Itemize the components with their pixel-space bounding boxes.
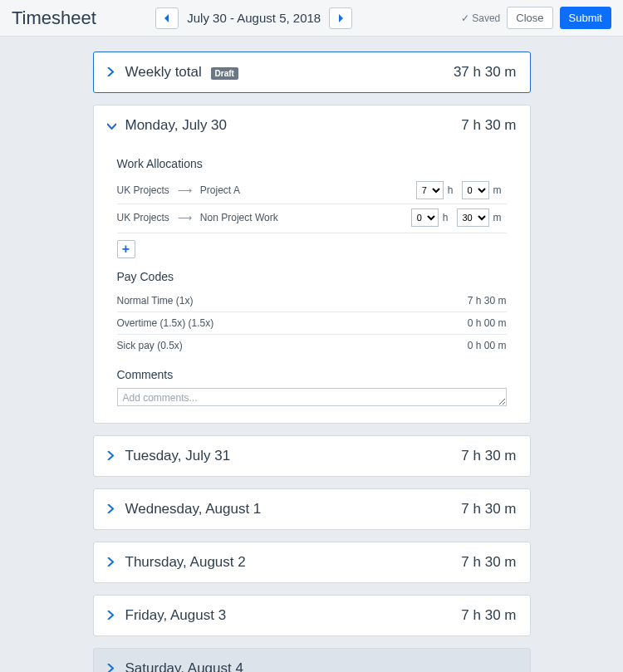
- day-total: 7 h 30 m: [461, 117, 516, 134]
- caret-left-icon: [164, 14, 170, 22]
- chevron-right-icon: [107, 557, 117, 569]
- day-header-monday[interactable]: Monday, July 30 7 h 30 m: [94, 105, 530, 145]
- minutes-label: m: [493, 212, 502, 223]
- paycode-value: 7 h 30 m: [468, 295, 507, 307]
- add-allocation-button[interactable]: +: [117, 240, 135, 258]
- allocation-row: UK Projects ⟶ Project A 7 h 0 m: [117, 177, 507, 204]
- day-card-monday: Monday, July 30 7 h 30 m Work Allocation…: [93, 105, 531, 424]
- paycode-row: Normal Time (1x) 7 h 30 m: [117, 290, 507, 311]
- day-card: Tuesday, July 317 h 30 m: [93, 435, 531, 477]
- day-title: Saturday, August 4: [125, 660, 243, 672]
- allocation-group: UK Projects: [117, 184, 169, 196]
- paycode-name: Sick pay (0.5x): [117, 340, 183, 351]
- allocation-group: UK Projects: [117, 212, 169, 223]
- date-navigator: July 30 - August 5, 2018: [155, 7, 352, 29]
- status-badge: Draft: [211, 67, 238, 80]
- paycode-name: Overtime (1.5x) (1.5x): [117, 317, 214, 329]
- allocation-row: UK Projects ⟶ Non Project Work 0 h 30 m: [117, 204, 507, 231]
- day-title: Monday, July 30: [125, 117, 228, 134]
- chevron-down-icon: [107, 120, 117, 132]
- saved-indicator: ✓ Saved: [461, 12, 500, 24]
- caret-right-icon: [337, 14, 344, 22]
- divider: +: [117, 233, 507, 258]
- day-header[interactable]: Wednesday, August 17 h 30 m: [94, 489, 530, 529]
- comments-heading: Comments: [117, 368, 507, 381]
- hours-label: h: [443, 212, 449, 223]
- allocation-project: Non Project Work: [200, 212, 278, 223]
- date-range-label: July 30 - August 5, 2018: [187, 11, 321, 25]
- day-header[interactable]: Thursday, August 27 h 30 m: [94, 542, 530, 582]
- day-card: Saturday, August 4: [93, 648, 531, 672]
- day-card: Wednesday, August 17 h 30 m: [93, 488, 531, 530]
- close-button[interactable]: Close: [507, 7, 552, 29]
- allocations-heading: Work Allocations: [117, 157, 507, 170]
- day-header[interactable]: Tuesday, July 317 h 30 m: [94, 436, 530, 476]
- hours-label: h: [448, 184, 454, 196]
- submit-button[interactable]: Submit: [560, 7, 611, 29]
- weekly-total-value: 37 h 30 m: [454, 64, 517, 81]
- hours-select[interactable]: 0: [411, 208, 439, 227]
- day-title: Friday, August 3: [125, 607, 227, 624]
- paycode-value: 0 h 00 m: [468, 340, 507, 351]
- paycodes-heading: Pay Codes: [117, 270, 507, 283]
- chevron-right-icon: [107, 663, 117, 673]
- saved-label: Saved: [472, 12, 500, 24]
- minutes-select[interactable]: 0: [462, 181, 489, 199]
- day-card: Thursday, August 27 h 30 m: [93, 542, 531, 583]
- paycode-row: Sick pay (0.5x) 0 h 00 m: [117, 334, 507, 356]
- weekly-label-text: Weekly total: [125, 64, 202, 80]
- day-title: Thursday, August 2: [125, 554, 246, 571]
- day-card: Friday, August 37 h 30 m: [93, 595, 531, 636]
- weekly-total-label: Weekly total Draft: [125, 64, 238, 81]
- plus-icon: +: [122, 243, 130, 256]
- chevron-right-icon: [107, 66, 117, 79]
- topbar: Timesheet July 30 - August 5, 2018 ✓ Sav…: [0, 0, 623, 37]
- paycode-row: Overtime (1.5x) (1.5x) 0 h 00 m: [117, 311, 507, 334]
- weekly-total-row[interactable]: Weekly total Draft 37 h 30 m: [94, 52, 530, 92]
- top-actions: ✓ Saved Close Submit: [461, 7, 611, 29]
- arrow-right-icon: ⟶: [178, 212, 192, 223]
- weekly-total-card: Weekly total Draft 37 h 30 m: [93, 52, 531, 93]
- day-total: 7 h 30 m: [461, 607, 516, 624]
- paycode-name: Normal Time (1x): [117, 295, 194, 307]
- chevron-right-icon: [107, 503, 117, 516]
- day-title: Tuesday, July 31: [125, 448, 231, 464]
- allocation-inputs: 0 h 30 m: [411, 208, 507, 227]
- day-body-monday: Work Allocations UK Projects ⟶ Project A…: [94, 157, 530, 423]
- prev-week-button[interactable]: [155, 7, 179, 29]
- next-week-button[interactable]: [329, 7, 352, 29]
- day-total: 7 h 30 m: [461, 448, 516, 464]
- hours-select[interactable]: 7: [416, 181, 444, 199]
- page-title: Timesheet: [12, 7, 96, 29]
- day-header[interactable]: Friday, August 37 h 30 m: [94, 596, 530, 635]
- paycode-value: 0 h 00 m: [468, 317, 507, 329]
- chevron-right-icon: [107, 450, 117, 463]
- day-title: Wednesday, August 1: [125, 501, 262, 517]
- day-header[interactable]: Saturday, August 4: [94, 649, 530, 672]
- minutes-label: m: [493, 184, 502, 196]
- day-total: 7 h 30 m: [461, 554, 516, 571]
- allocation-project: Project A: [200, 184, 240, 196]
- day-total: 7 h 30 m: [461, 501, 516, 517]
- chevron-right-icon: [107, 610, 117, 622]
- allocation-inputs: 7 h 0 m: [416, 181, 507, 199]
- comments-input[interactable]: [117, 388, 507, 406]
- content-area: Weekly total Draft 37 h 30 m Monday, Jul…: [0, 37, 623, 672]
- minutes-select[interactable]: 30: [457, 208, 489, 227]
- arrow-right-icon: ⟶: [178, 184, 192, 196]
